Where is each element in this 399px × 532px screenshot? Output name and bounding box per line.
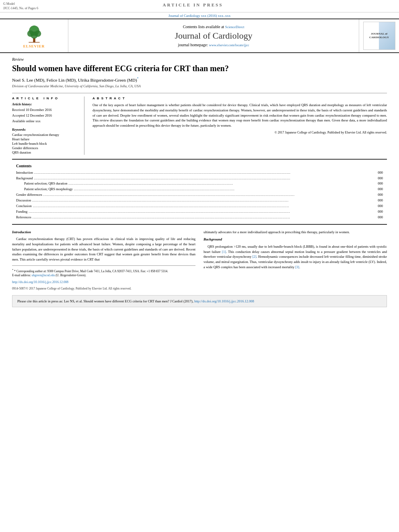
toc-patient-selection-qrs-morphology: Patient selection; QRS morphology ......… — [16, 187, 383, 192]
keywords-label: Keywords: — [12, 128, 80, 131]
keyword-1: Cardiac resynchronization therapy — [12, 133, 80, 137]
article-type-label: Review — [12, 57, 387, 62]
intro-continuation: ultimately advocates for a more individu… — [204, 230, 387, 235]
doi-copyright: 0914-5087/© 2017 Japanese College of Car… — [12, 286, 195, 291]
article-info-column: A R T I C L E I N F O Article history: R… — [12, 97, 84, 155]
g-model: G Model — [3, 2, 38, 6]
homepage-label: journal homepage: — [178, 43, 208, 47]
joc-logo-text: JOURNAL ofCARDIOLOGY — [369, 32, 389, 39]
toc-introduction: Introduction ...........................… — [16, 170, 383, 175]
corresponding-author-marker: * — [137, 77, 139, 80]
footnote-star: * * Corresponding author at: 9300 Campus… — [12, 268, 195, 273]
toc-background-label: Background — [16, 176, 33, 181]
journal-issue-link[interactable]: Journal of Cardiology xxx (2016) xxx–xxx — [169, 14, 231, 18]
toc-discussion: Discussion .............................… — [16, 198, 383, 203]
toc-patient-morph-label: Patient selection; QRS morphology — [24, 187, 73, 192]
doi-link[interactable]: http://dx.doi.org/10.1016/j.jjcc.2016.12… — [12, 280, 195, 285]
toc-gender-label: Gender differences — [16, 193, 42, 197]
toc-funding-label: Funding — [16, 210, 27, 214]
elsevier-logo: ELSEVIER — [22, 23, 46, 48]
article-meta-section: A R T I C L E I N F O Article history: R… — [12, 93, 387, 155]
top-bar: G Model JJCC-1445; No. of Pages 6 ARTICL… — [0, 0, 399, 12]
history-label: Article history: — [12, 103, 80, 106]
toc-references: References .............................… — [16, 215, 383, 220]
email-link[interactable]: ubgreen@ucsd.edu — [32, 273, 55, 277]
toc-introduction-page: 000 — [378, 170, 383, 175]
received-date: Received 10 December 2016 — [12, 108, 80, 113]
toc-patient-qrs-page: 000 — [378, 181, 383, 186]
authors-line: Noel S. Lee (MD), Felice Lin (MD), Ulrik… — [12, 77, 387, 82]
journal-header: ELSEVIER Contents lists available at Sci… — [0, 18, 399, 53]
email-line: E-mail address: ubgreen@ucsd.edu (U. Bir… — [12, 273, 195, 278]
toc-dots-8: ........................................… — [29, 210, 376, 214]
joc-logo-area: JOURNAL ofCARDIOLOGY — [359, 19, 399, 52]
toc-funding: Funding ................................… — [16, 210, 383, 214]
toc-patient-morph-page: 000 — [378, 187, 383, 192]
article-in-press-label: ARTICLE IN PRESS — [163, 2, 223, 7]
journal-title: Journal of Cardiology — [175, 31, 252, 41]
footnote-marker: * — [12, 268, 13, 271]
author-names: Noel S. Lee (MD), Felice Lin (MD), Ulrik… — [12, 78, 137, 82]
ref-1: [1] — [222, 250, 226, 254]
toc-background: Background .............................… — [16, 176, 383, 181]
accepted-date: Accepted 12 December 2016 — [12, 113, 80, 118]
sciencedirect-link[interactable]: ScienceDirect — [225, 25, 245, 29]
homepage-line: journal homepage: www.elsevier.com/locat… — [178, 43, 249, 47]
corresponding-author-note: * Corresponding author at: 9300 Campus P… — [14, 269, 168, 273]
toc-dots-3: ........................................… — [68, 181, 376, 186]
toc-dots-1: ........................................… — [34, 170, 376, 175]
toc-dots-7: ........................................… — [33, 204, 377, 209]
citation-text: Please cite this article in press as: Le… — [17, 299, 193, 303]
homepage-url[interactable]: www.elsevier.com/locate/jjcc — [209, 43, 249, 47]
available-online: Available online xxx — [12, 119, 80, 124]
background-paragraph: QRS prolongation >120 ms, usually due to… — [204, 244, 387, 270]
ref-2: [2] — [252, 255, 256, 259]
toc-references-page: 000 — [378, 215, 383, 220]
keyword-3: Left bundle-branch block — [12, 142, 80, 146]
body-columns: Introduction Cardiac resynchronization t… — [12, 230, 387, 291]
toc-conclusion-page: 000 — [378, 204, 383, 209]
citation-box: Please cite this article in press as: Le… — [12, 295, 387, 308]
doi-section: http://dx.doi.org/10.1016/j.jjcc.2016.12… — [12, 280, 195, 291]
toc-patient-qrs-label: Patient selection; QRS duration — [24, 181, 67, 186]
toc-discussion-page: 000 — [378, 198, 383, 203]
keyword-5: QRS duration — [12, 150, 80, 154]
main-content: Review Should women have different ECG c… — [0, 53, 399, 311]
keywords-section: Keywords: Cardiac resynchronization ther… — [12, 128, 80, 154]
toc-dots-9: ........................................… — [33, 215, 376, 220]
toc-gender-page: 000 — [378, 193, 383, 197]
contents-title: Contents — [16, 164, 383, 168]
toc-conclusion: Conclusion .............................… — [16, 204, 383, 209]
toc-dots-6: ........................................… — [32, 198, 376, 203]
elsevier-logo-area: ELSEVIER — [0, 19, 68, 52]
joc-logo: JOURNAL ofCARDIOLOGY — [363, 22, 395, 50]
abstract-column: A B S T R A C T One of the key aspects o… — [93, 97, 387, 155]
citation-doi-link[interactable]: http://dx.doi.org/10.1016/j.jjcc.2016.12… — [194, 299, 254, 303]
contents-section: Contents Introduction ..................… — [12, 164, 387, 220]
email-name: (U. Birgersdotter-Green). — [56, 273, 86, 277]
svg-point-8 — [33, 26, 35, 29]
journal-issue-line: Journal of Cardiology xxx (2016) xxx–xxx — [0, 12, 399, 18]
section-divider-thick — [12, 159, 387, 160]
svg-point-5 — [30, 31, 37, 39]
toc-gender-differences: Gender differences .....................… — [16, 193, 383, 197]
toc-discussion-label: Discussion — [16, 198, 31, 203]
toc-dots-4: ........................................… — [74, 187, 377, 192]
toc-patient-selection-qrs-duration: Patient selection; QRS duration ........… — [16, 181, 383, 186]
abstract-copyright: © 2017 Japanese College of Cardiology. P… — [93, 131, 387, 134]
toc-conclusion-label: Conclusion — [16, 204, 32, 209]
affiliation: Division of Cardiovascular Medicine, Uni… — [12, 84, 387, 88]
abstract-text: One of the key aspects of heart failure … — [93, 103, 387, 128]
article-info-label: A R T I C L E I N F O — [12, 97, 80, 100]
toc-funding-page: 000 — [378, 210, 383, 214]
toc-introduction-label: Introduction — [16, 170, 33, 175]
section-divider-thick-2 — [12, 224, 387, 225]
abstract-label: A B S T R A C T — [93, 97, 387, 100]
body-left-column: Introduction Cardiac resynchronization t… — [12, 230, 195, 291]
keyword-2: Heart failure — [12, 137, 80, 141]
elsevier-text-label: ELSEVIER — [23, 44, 45, 48]
article-title: Should women have different ECG criteria… — [12, 63, 387, 74]
footnote-section: * * Corresponding author at: 9300 Campus… — [12, 265, 195, 278]
jjcc-number: JJCC-1445; No. of Pages 6 — [3, 6, 38, 10]
email-label: E-mail address: — [12, 273, 31, 277]
